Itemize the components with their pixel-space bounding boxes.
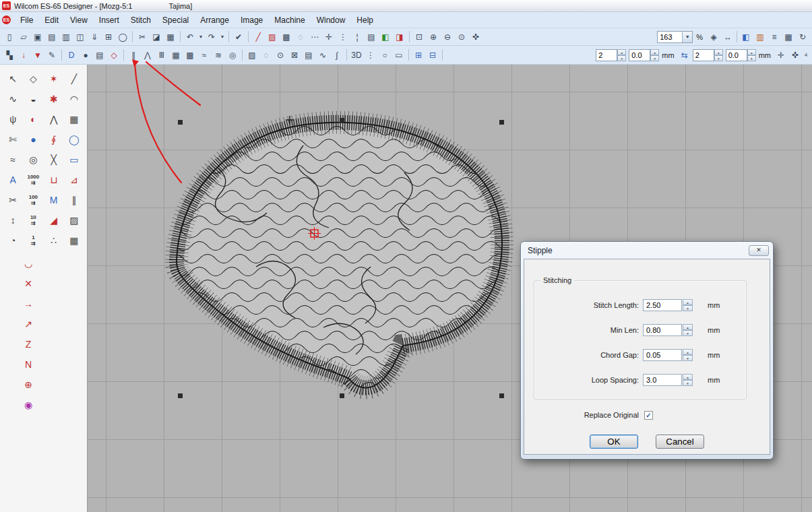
handle-top-right[interactable]	[499, 120, 504, 125]
spin-down-icon[interactable]: ▾	[683, 330, 693, 336]
zoom-box-icon[interactable]: ⊡	[412, 30, 426, 44]
stipple-run-icon[interactable]: ▤	[93, 49, 106, 62]
undo-icon[interactable]: ↶	[183, 30, 197, 44]
n-stitch-icon[interactable]: N	[21, 357, 36, 372]
stitch-length-input[interactable]	[643, 299, 682, 311]
run-arrow-icon[interactable]: →	[21, 296, 36, 311]
fancy-fill-icon[interactable]: ▨	[245, 49, 259, 62]
crosshatch-fill-icon[interactable]: ⊠	[288, 49, 301, 62]
checker-pattern-icon[interactable]: ▦	[67, 233, 82, 248]
density-tool-icon[interactable]: D	[65, 49, 78, 62]
freehand-icon[interactable]: ∿	[5, 92, 20, 106]
orbit-tool-icon[interactable]: ◉	[21, 397, 36, 412]
menu-special[interactable]: Special	[157, 13, 194, 27]
grid-settings-icon[interactable]: ⊟	[426, 49, 439, 62]
wireframe-view-icon[interactable]: ▼	[31, 49, 44, 62]
slant-hatch-icon[interactable]: ╱	[67, 71, 82, 86]
flower-tool-icon[interactable]: ✶	[46, 71, 61, 86]
zigzag-z-icon[interactable]: Z	[21, 337, 36, 352]
hoop-layout-icon[interactable]: ⊞	[412, 49, 425, 62]
stitch-list-icon[interactable]: ▤	[365, 30, 378, 44]
runner-tool-icon[interactable]: ⊿	[67, 172, 82, 187]
trapunto-icon[interactable]: ◌	[259, 49, 273, 62]
handle-bottom-right[interactable]	[499, 393, 504, 398]
preset-10-icon[interactable]: 10 ⇉	[26, 213, 40, 228]
copy-icon[interactable]: ◪	[150, 30, 163, 44]
e-stitch-icon[interactable]: Ⅲ	[155, 49, 168, 62]
preset-100-icon[interactable]: 100 ⇉	[26, 193, 40, 207]
paste-icon[interactable]: ▦	[164, 30, 177, 44]
rectangle-draw-icon[interactable]: ▭	[67, 152, 82, 167]
pan-icon[interactable]: ✜	[469, 30, 482, 44]
preset-1-icon[interactable]: 1 ⇉	[26, 233, 40, 248]
contour-fill-icon[interactable]: ≋	[212, 49, 225, 62]
run-stitch-view-icon[interactable]: ╱	[251, 30, 265, 44]
chevron-down-icon[interactable]: ▾	[682, 32, 692, 42]
select-icon[interactable]: ↖	[5, 71, 20, 86]
machine-functions-icon[interactable]: ¦	[350, 30, 364, 44]
wedge-tool-icon[interactable]: ◢	[46, 213, 61, 228]
cross-stitch-icon[interactable]: ╳	[46, 152, 61, 167]
satin-stitch-icon[interactable]: ∥	[127, 49, 140, 62]
min-len-input[interactable]	[643, 324, 682, 336]
weave-fill-icon[interactable]: ▤	[302, 49, 315, 62]
ripple-fill-icon[interactable]: ∫	[330, 49, 344, 62]
columns-tool-icon[interactable]: ∥	[67, 193, 82, 207]
offset-fill-icon[interactable]: ⊙	[274, 49, 287, 62]
fan-tool-icon[interactable]: ◔	[5, 233, 20, 248]
wave-tool-icon[interactable]: ≈	[5, 152, 20, 167]
chord-gap-input[interactable]	[643, 349, 682, 361]
menu-stitch[interactable]: Stitch	[125, 13, 156, 27]
target-tool-icon[interactable]: ⊕	[21, 377, 36, 392]
length2-value-input[interactable]	[726, 49, 747, 61]
spacing-toggle-icon[interactable]: ⇆	[678, 49, 691, 62]
menu-help[interactable]: Help	[351, 13, 379, 27]
beads-tool-icon[interactable]: ∴	[46, 233, 61, 248]
dialog-title-bar[interactable]: Stipple ✕	[524, 242, 770, 259]
stipple-outline-icon[interactable]: ◇	[107, 49, 121, 62]
system-menu-icon[interactable]: ES	[2, 15, 11, 24]
measure-icon[interactable]: ↔	[721, 30, 735, 44]
menu-view[interactable]: View	[65, 13, 93, 27]
handle-bottom-left[interactable]	[178, 393, 183, 398]
redo-history-icon[interactable]: ▾	[219, 30, 226, 44]
menu-window[interactable]: Window	[311, 13, 351, 27]
menu-arrange[interactable]: Arrange	[195, 13, 235, 27]
redraw-icon[interactable]: ↻	[796, 30, 809, 44]
travel-by-object-icon[interactable]: ✛	[774, 49, 788, 62]
spin-up-icon[interactable]: ▴	[683, 324, 693, 330]
hoop-toggle-icon[interactable]: ◯	[116, 30, 129, 44]
spin-up-icon[interactable]: ▴	[650, 49, 659, 55]
zoom-out-icon[interactable]: ⊖	[441, 30, 454, 44]
curved-fill-icon[interactable]: ∿	[316, 49, 330, 62]
zoom-in-icon[interactable]: ⊕	[427, 30, 440, 44]
dot-tool-icon[interactable]: ●	[79, 49, 92, 62]
spin-up-icon[interactable]: ▴	[683, 299, 693, 305]
fancy-pattern-icon[interactable]: ▨	[67, 213, 82, 228]
applique-icon[interactable]: ⊔	[46, 172, 61, 187]
spacing2-value-input[interactable]	[693, 49, 714, 61]
replace-original-checkbox[interactable]: ✓	[644, 411, 653, 420]
jump-stitch-icon[interactable]: ↗	[21, 317, 36, 331]
spin-down-icon[interactable]: ▾	[683, 355, 693, 361]
sculpt-run-icon[interactable]: ⋮	[364, 49, 377, 62]
thread-color-a-icon[interactable]: ◧	[379, 30, 392, 44]
spin-up-icon[interactable]: ▴	[683, 374, 693, 380]
rectangle-tool-icon[interactable]: ▭	[392, 49, 406, 62]
print-preview-icon[interactable]: ◫	[73, 30, 87, 44]
spiral-fill-icon[interactable]: ◎	[226, 49, 239, 62]
spin-down-icon[interactable]: ▾	[747, 55, 756, 61]
spin-up-icon[interactable]: ▴	[747, 49, 756, 55]
punch-needle-icon[interactable]: ↓	[17, 49, 30, 62]
thread-tool-icon[interactable]: ∮	[46, 132, 61, 147]
zoom-input[interactable]	[658, 32, 682, 42]
verify-design-icon[interactable]: ✔	[232, 30, 245, 44]
scissors-tool-icon[interactable]: ✂	[5, 193, 20, 207]
penetration-points-icon[interactable]: ⋮	[336, 30, 350, 44]
spin-up-icon[interactable]: ▴	[617, 49, 626, 55]
insert-design-icon[interactable]: ⊞	[102, 30, 115, 44]
design-library-icon[interactable]: ▦	[782, 30, 795, 44]
tatami-fill-icon[interactable]: ▦	[169, 49, 183, 62]
color-film-icon[interactable]: ▥	[753, 30, 767, 44]
three-d-effect-icon[interactable]: 3D	[350, 49, 363, 62]
